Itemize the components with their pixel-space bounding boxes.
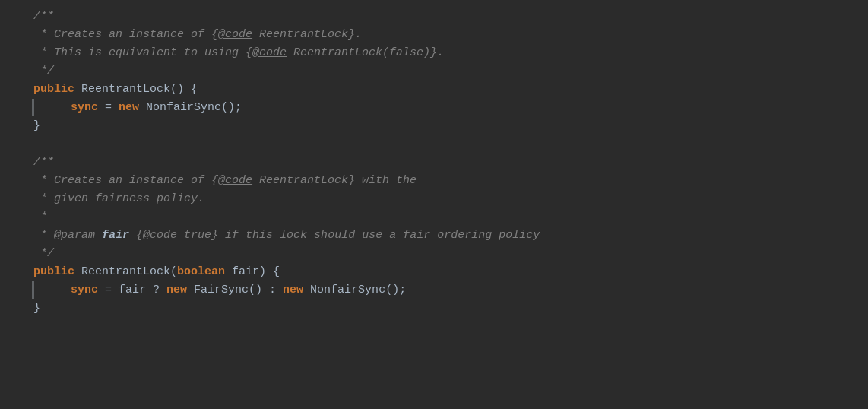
line-content-1: /**: [29, 8, 868, 25]
line-content-4: */: [29, 62, 868, 80]
code-editor: /** * Creates an instance of {@code Reen…: [0, 0, 868, 325]
line-content-12: *: [29, 208, 868, 226]
line-content-3: * This is equivalent to using {@code Ree…: [29, 44, 868, 62]
line-content-7: }: [29, 117, 868, 135]
code-line-4: */: [0, 62, 868, 81]
code-line-14: */: [0, 245, 868, 263]
code-line-16: sync = fair ? new FairSync() : new Nonfa…: [0, 281, 868, 300]
code-line-15: public ReentrantLock(boolean fair) {: [0, 263, 868, 281]
line-content-6: sync = new NonfairSync();: [39, 99, 242, 116]
line-content-10: * Creates an instance of {@code Reentran…: [29, 172, 868, 189]
line-content-2: * Creates an instance of {@code Reentran…: [29, 26, 868, 43]
line-content-16: sync = fair ? new FairSync() : new Nonfa…: [39, 281, 406, 299]
code-line-1: /**: [0, 8, 868, 26]
line-content-5: public ReentrantLock() {: [29, 81, 868, 98]
line-content-14: */: [29, 245, 868, 262]
code-line-3: * This is equivalent to using {@code Ree…: [0, 44, 868, 62]
code-line-7: }: [0, 117, 868, 135]
line-content-17: }: [29, 300, 868, 317]
line-content-9: /**: [29, 154, 868, 171]
code-line-13: * @param fair {@code true} if this lock …: [0, 227, 868, 245]
line-content-15: public ReentrantLock(boolean fair) {: [29, 263, 868, 281]
code-line-17: }: [0, 300, 868, 318]
code-line-11: * given fairness policy.: [0, 190, 868, 208]
code-line-5: public ReentrantLock() {: [0, 81, 868, 99]
code-line-10: * Creates an instance of {@code Reentran…: [0, 172, 868, 190]
line-content-11: * given fairness policy.: [29, 190, 868, 208]
line-content-13: * @param fair {@code true} if this lock …: [29, 227, 868, 244]
code-line-8: [0, 135, 868, 154]
code-line-6: sync = new NonfairSync();: [0, 99, 868, 117]
code-line-9: /**: [0, 154, 868, 172]
code-line-2: * Creates an instance of {@code Reentran…: [0, 26, 868, 44]
code-line-12: *: [0, 208, 868, 227]
